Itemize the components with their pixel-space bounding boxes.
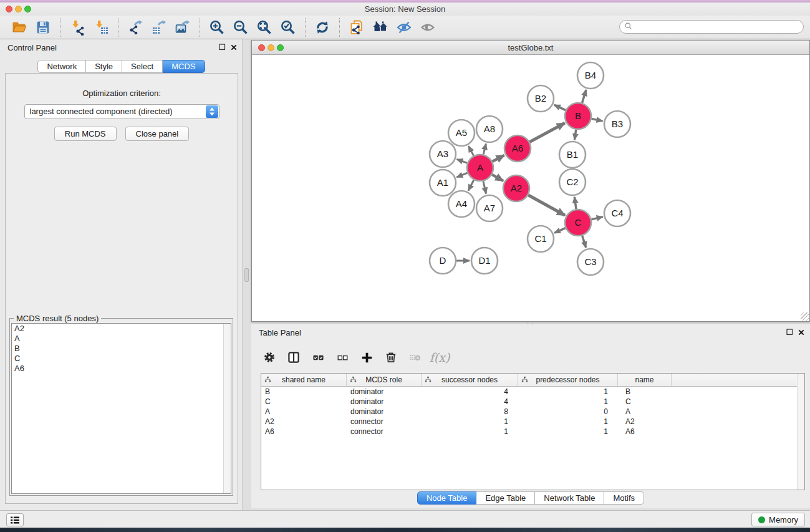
deselect-all-icon[interactable] <box>333 348 352 367</box>
node-C1[interactable]: C1 <box>528 226 554 252</box>
cell-predecessor-nodes[interactable]: 1 <box>518 397 618 407</box>
cell-MCDS-role[interactable]: connector <box>347 427 422 437</box>
node-B1[interactable]: B1 <box>559 142 586 168</box>
node-C3[interactable]: C3 <box>577 249 604 275</box>
search-box[interactable] <box>619 20 804 34</box>
edge-B-B4[interactable] <box>582 90 586 103</box>
edge-A-A8[interactable] <box>483 143 486 154</box>
node-A5[interactable]: A5 <box>448 120 475 146</box>
cell-successor-nodes[interactable]: 1 <box>422 427 518 437</box>
save-session-icon[interactable] <box>31 17 55 37</box>
close-panel-icon[interactable] <box>230 44 238 53</box>
edge-B-B2[interactable] <box>554 105 566 110</box>
memory-button[interactable]: Memory <box>751 513 805 526</box>
column-header-successor-nodes[interactable]: successor nodes <box>422 374 518 386</box>
column-header-name[interactable]: name <box>618 374 672 386</box>
criterion-dropdown[interactable]: largest connected component (directed) <box>24 104 219 119</box>
node-C4[interactable]: C4 <box>604 200 630 226</box>
float-panel-icon[interactable] <box>786 328 794 338</box>
node-C2[interactable]: C2 <box>559 169 586 195</box>
cell-MCDS-role[interactable]: dominator <box>347 407 422 417</box>
cell-successor-nodes[interactable]: 4 <box>422 387 518 397</box>
cell-shared-name[interactable]: B <box>261 387 347 397</box>
edge-C-C2[interactable] <box>574 197 576 209</box>
zoom-fit-icon[interactable] <box>253 17 276 37</box>
edge-B-B3[interactable] <box>592 118 603 121</box>
edge-C-C1[interactable] <box>554 228 566 233</box>
mcds-result-item[interactable]: A <box>12 334 231 344</box>
table-row[interactable]: A6connector11A6 <box>261 427 804 437</box>
cell-MCDS-role[interactable]: connector <box>347 417 422 427</box>
node-A1[interactable]: A1 <box>430 170 456 196</box>
cell-name[interactable]: A2 <box>618 417 672 427</box>
node-D1[interactable]: D1 <box>471 248 498 274</box>
edge-A-A2[interactable] <box>492 175 503 181</box>
mcds-result-item[interactable]: A6 <box>12 364 231 374</box>
cell-name[interactable]: A <box>618 407 672 417</box>
edge-C-C3[interactable] <box>582 236 586 248</box>
cell-shared-name[interactable]: A2 <box>261 417 347 427</box>
node-A6[interactable]: A6 <box>504 135 531 162</box>
cell-predecessor-nodes[interactable]: 0 <box>518 407 618 417</box>
close-panel-icon[interactable] <box>798 329 805 338</box>
add-column-icon[interactable] <box>357 348 376 367</box>
cell-predecessor-nodes[interactable]: 1 <box>518 427 618 437</box>
import-network-icon[interactable] <box>65 17 89 37</box>
cell-predecessor-nodes[interactable]: 1 <box>518 417 618 427</box>
home-layout-icon[interactable] <box>369 17 392 37</box>
mcds-result-list[interactable]: A2ABCA6 <box>11 323 231 494</box>
node-A2[interactable]: A2 <box>503 175 529 201</box>
edge-A-A1[interactable] <box>456 173 467 177</box>
edge-C-C4[interactable] <box>591 217 602 220</box>
node-A7[interactable]: A7 <box>476 195 503 221</box>
node-B2[interactable]: B2 <box>528 85 554 112</box>
cell-name[interactable]: B <box>618 387 672 397</box>
edge-A-A6[interactable] <box>493 155 504 162</box>
zoom-in-icon[interactable] <box>205 17 229 37</box>
run-mcds-button[interactable]: Run MCDS <box>54 127 117 141</box>
list-scrollbar[interactable] <box>223 324 231 493</box>
edge-A6-B[interactable] <box>529 123 564 142</box>
float-panel-icon[interactable] <box>218 43 226 53</box>
search-input[interactable] <box>634 22 803 31</box>
tab-network[interactable]: Network <box>37 60 86 73</box>
node-A4[interactable]: A4 <box>448 191 475 217</box>
cell-predecessor-nodes[interactable]: 1 <box>518 387 618 397</box>
cell-MCDS-role[interactable]: dominator <box>347 397 422 407</box>
mcds-result-item[interactable]: A2 <box>12 324 231 334</box>
export-network-icon[interactable] <box>123 17 147 37</box>
node-B[interactable]: B <box>565 103 591 129</box>
zoom-out-icon[interactable] <box>229 17 253 37</box>
open-session-icon[interactable] <box>7 17 31 37</box>
node-B3[interactable]: B3 <box>604 111 630 137</box>
export-table-icon[interactable] <box>147 17 171 37</box>
node-C[interactable]: C <box>565 210 591 236</box>
cell-successor-nodes[interactable]: 1 <box>422 417 518 427</box>
edge-A-A4[interactable] <box>468 180 474 191</box>
column-header-predecessor-nodes[interactable]: predecessor nodes <box>518 374 618 386</box>
cell-successor-nodes[interactable]: 4 <box>422 397 518 407</box>
edge-A-A5[interactable] <box>468 146 473 155</box>
column-header-shared-name[interactable]: shared name <box>261 374 347 386</box>
edge-A-A7[interactable] <box>483 181 486 193</box>
tab-network-table[interactable]: Network Table <box>535 491 604 505</box>
network-canvas[interactable]: AA1A2A3A4A5A6A7A8BB1B2B3B4CC1C2C3C4DD1 <box>252 56 809 321</box>
zoom-selected-icon[interactable] <box>276 17 300 37</box>
table-row[interactable]: Adominator80A <box>261 407 804 417</box>
close-panel-button[interactable]: Close panel <box>125 127 190 141</box>
mcds-result-item[interactable]: C <box>12 354 231 364</box>
window-resize-grip[interactable] <box>801 312 809 321</box>
edge-B-B1[interactable] <box>574 130 576 140</box>
node-D[interactable]: D <box>430 248 456 274</box>
table-scrollbar[interactable] <box>797 374 804 490</box>
cell-shared-name[interactable]: A6 <box>261 427 347 437</box>
delete-column-icon[interactable] <box>382 348 400 367</box>
table-row[interactable]: Bdominator41B <box>261 387 804 397</box>
tab-edge-table[interactable]: Edge Table <box>476 491 535 505</box>
cell-name[interactable]: A6 <box>618 427 672 437</box>
show-hide-icon[interactable] <box>416 17 440 37</box>
cell-shared-name[interactable]: C <box>261 397 347 407</box>
tab-select[interactable]: Select <box>122 60 163 73</box>
node-A[interactable]: A <box>467 155 493 181</box>
cell-MCDS-role[interactable]: dominator <box>347 387 422 397</box>
